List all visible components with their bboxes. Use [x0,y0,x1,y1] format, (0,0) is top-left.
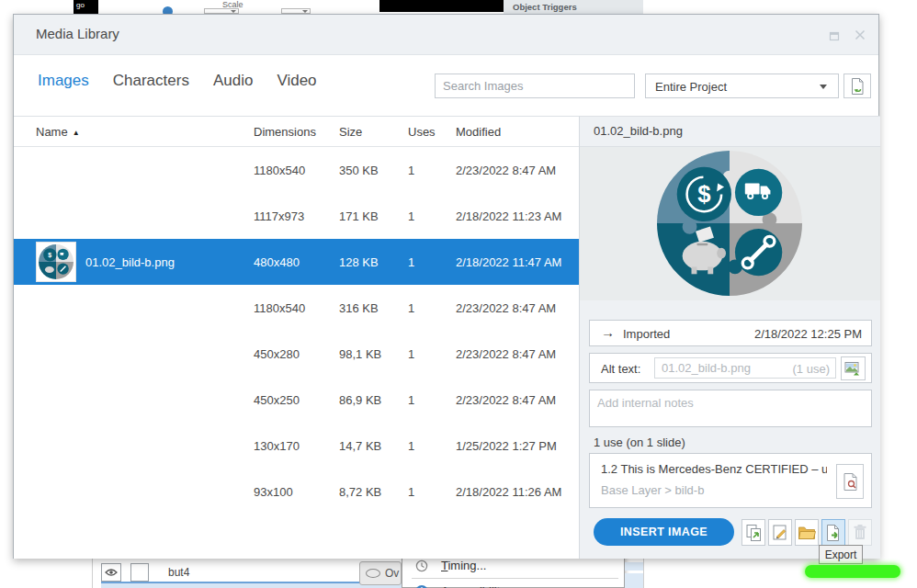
table-row[interactable]: $ 01.02_bild-b.png 480x480 128 KB 1 [14,239,579,285]
table-rows: $ 1180x540 350 KB 1 2/23/2 [14,147,579,514]
insert-image-button[interactable]: INSERT IMAGE [594,518,734,546]
cell-modified: 1/25/2022 1:27 PM [456,439,557,453]
menu-item-label: Accessibility... [441,584,515,588]
cell-modified: 2/23/2022 8:47 AM [456,164,556,177]
imported-label: Imported [623,327,670,341]
edit-image-button[interactable] [768,519,792,546]
bg-black-block: go [74,0,98,14]
alt-text-field-wrap: (1 use) [654,357,836,379]
cell-uses: 1 [408,485,414,499]
column-header-dimensions[interactable]: Dimensions [254,125,316,139]
green-highlight-marker [805,565,900,578]
cell-modified: 2/23/2022 8:47 AM [456,301,556,315]
cell-size: 316 KB [339,301,379,315]
internal-notes-row [589,390,872,427]
oval-label: Ov [385,567,399,580]
table-row[interactable]: $ 1180x540 316 KB 1 2/23/2 [14,285,579,331]
edit-pencil-icon [772,524,788,541]
cell-dimensions: 1180x540 [254,301,305,315]
internal-notes-input[interactable] [590,390,871,426]
detail-panel: 01.02_bild-b.png $ [580,116,880,559]
import-media-button[interactable] [843,74,871,98]
tab[interactable]: Video [277,72,316,90]
tab[interactable]: Images [38,72,89,90]
cell-dimensions: 480x480 [254,255,300,269]
update-alt-text-button[interactable] [841,356,866,380]
tab[interactable]: Audio [213,72,253,90]
table-row[interactable]: $ 1180x540 350 KB 1 2/23/2 [14,147,579,193]
import-media-icon [848,77,866,96]
cell-size: 86,9 KB [339,393,381,407]
bg-object-triggers-panel: Object Triggers [504,0,643,14]
export-tooltip: Export [819,545,863,564]
cell-uses: 1 [408,439,414,453]
search-input[interactable] [435,74,635,98]
bg-go-label: go [76,1,85,9]
detail-filename: 01.02_bild-b.png [594,124,683,138]
cell-dimensions: 1117x973 [254,209,304,223]
cell-uses: 1 [408,347,414,361]
cell-size: 350 KB [339,164,379,177]
scope-dropdown[interactable]: Entire Project [645,74,839,98]
menu-item-accessibility[interactable]: Accessibility... [402,580,624,588]
bg-black-block [379,0,504,12]
column-header-size[interactable]: Size [339,125,362,139]
table-row[interactable]: $ 93x100 8,72 KB 1 2/18/20 [14,469,579,514]
close-dialog-button[interactable] [852,27,868,43]
menu-separator [412,578,618,579]
column-header-modified[interactable]: Modified [456,125,501,139]
duplicate-icon [745,524,763,542]
cell-uses: 1 [408,255,414,269]
clock-icon [415,560,428,572]
svg-text:$: $ [697,181,710,207]
cell-size: 171 KB [339,209,379,223]
visibility-toggle[interactable] [101,563,121,582]
bg-divider [92,559,93,588]
preview-slide-button[interactable] [836,464,864,499]
restore-window-button[interactable] [826,27,843,43]
dialog-title: Media Library [36,26,119,41]
table-row[interactable]: $ 450x250 86,9 KB 1 2/23/2 [14,377,579,423]
delete-image-button[interactable] [848,519,872,546]
chevron-down-icon [302,10,308,13]
imported-row: → Imported 2/18/2022 12:25 PM [589,320,872,346]
table-row[interactable]: $ 130x170 14,7 KB 1 1/25/2 [14,423,579,469]
sort-ascending-icon: ▲ [73,129,80,137]
svg-text:$: $ [48,252,51,259]
object-triggers-label: Object Triggers [513,2,577,12]
oval-shape-button[interactable]: Ov [359,561,402,585]
usage-summary: 1 use (on 1 slide) [594,435,685,449]
table-row[interactable]: $ 450x280 98,1 KB 1 2/23/2 [14,331,579,377]
tab[interactable]: Characters [113,72,189,90]
cell-uses: 1 [408,301,414,315]
open-folder-button[interactable] [795,519,819,546]
duplicate-image-button[interactable] [742,519,765,546]
page-preview-icon [843,472,858,492]
usage-slide-title: 1.2 This is Mercedes-Benz CERTIFIED – us… [601,462,827,476]
table-row[interactable]: $ 1117x973 171 KB 1 2/18/2 [14,193,579,239]
close-icon [855,29,866,40]
screen: go Scale Object Triggers but4 Ov Timing.… [0,0,917,588]
detail-header: 01.02_bild-b.png [580,117,880,147]
bg-timeline-cell [625,573,643,588]
column-header-uses[interactable]: Uses [408,125,436,139]
media-tabs: Images Characters Audio Video [38,72,317,90]
cell-name: 01.02_bild-b.png [85,255,175,269]
layer-checkbox[interactable] [130,563,149,582]
trash-icon [853,524,867,541]
alt-text-label: Alt text: [601,362,640,376]
cell-uses: 1 [408,209,414,223]
imported-date: 2/18/2022 12:25 PM [754,327,862,341]
chevron-down-icon [820,85,827,89]
column-header-name[interactable]: Name▲ [36,125,80,139]
cell-dimensions: 450x280 [254,347,300,361]
cell-modified: 2/18/2022 11:23 AM [456,209,561,223]
eye-icon [105,568,118,577]
layer-name-label: but4 [168,566,189,579]
export-image-button[interactable] [821,519,845,546]
media-library-dialog: Media Library Images Characters Audio [13,14,879,559]
usage-item[interactable]: 1.2 This is Mercedes-Benz CERTIFIED – us… [589,453,872,508]
image-preview: $ [580,147,880,300]
puzzle-image-thumbnail: $ [39,244,74,279]
restore-icon [829,29,841,41]
